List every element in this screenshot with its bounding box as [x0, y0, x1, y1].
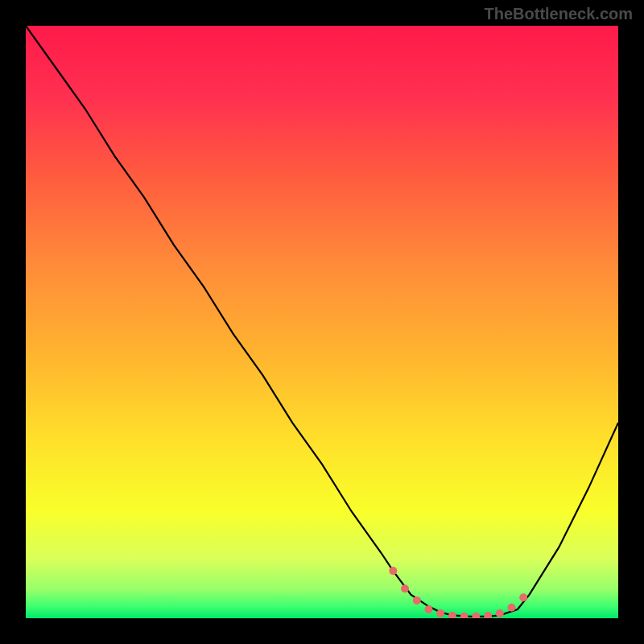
marker-dot [484, 612, 492, 618]
marker-dot [519, 593, 527, 601]
chart-plot-area [26, 26, 618, 618]
watermark-text: TheBottleneck.com [485, 5, 633, 23]
bottleneck-curve [26, 26, 618, 617]
marker-dot [508, 604, 516, 612]
marker-dot [401, 584, 409, 592]
marker-dot [436, 609, 444, 617]
marker-dot [413, 597, 421, 605]
chart-curve-layer [26, 26, 618, 618]
marker-dot [425, 605, 433, 613]
marker-dot [389, 567, 397, 575]
marker-dot [496, 609, 504, 617]
marker-dot [472, 613, 480, 618]
marker-dot [460, 613, 469, 618]
marker-dot [448, 612, 456, 618]
